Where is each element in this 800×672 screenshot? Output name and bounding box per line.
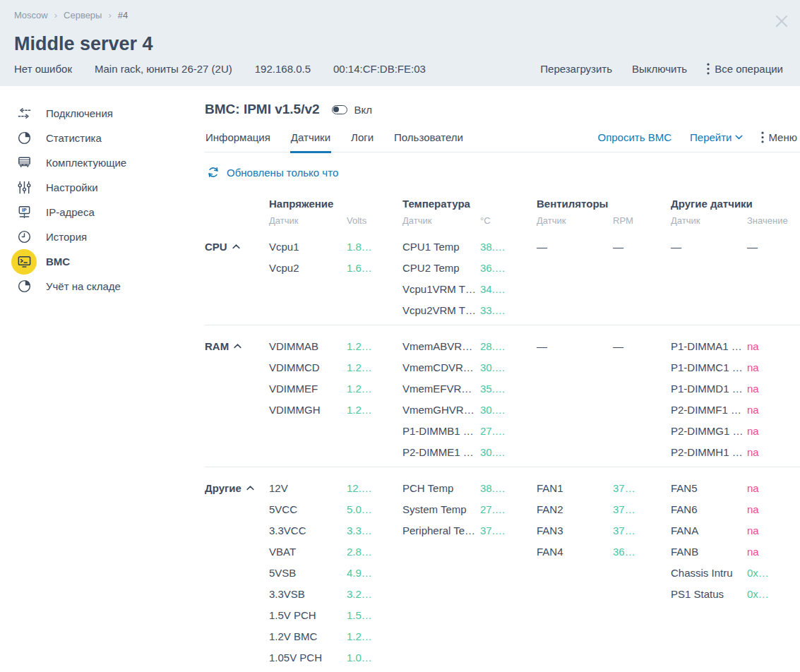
sensor-section-ram: RAMVDIMMAB1.2…VmemABVR…28.…——P1-DIMMA1 ……	[205, 325, 800, 467]
sidebar-item-connections[interactable]: Подключения	[0, 101, 205, 126]
server-rack-icon	[11, 150, 37, 176]
group-toggle-other[interactable]: Другие	[205, 482, 269, 494]
sensor-value: na	[747, 425, 800, 437]
col-sensor: Датчик	[537, 215, 613, 226]
chevron-up-icon	[234, 344, 241, 349]
table-row: CPUVcpu11.8…CPU1 Temp38.…————	[205, 236, 800, 257]
poll-bmc-link[interactable]: Опросить BMC	[597, 131, 671, 143]
sensor-name: FAN1	[537, 482, 613, 494]
sensor-name: P1-DIMMA1 …	[671, 340, 747, 352]
sensor-value: 1.2…	[347, 630, 402, 642]
sensor-name: 12V	[269, 482, 347, 494]
kebab-icon	[707, 63, 710, 75]
tab-users[interactable]: Пользователи	[393, 131, 464, 152]
breadcrumb-item[interactable]: Moscow	[14, 10, 48, 20]
sensor-value: —	[747, 241, 800, 253]
col-sensor: Датчик	[269, 215, 347, 226]
all-operations-button[interactable]: Все операции	[707, 63, 783, 75]
sidebar-item-bmc[interactable]: BMC	[0, 249, 205, 274]
tab-logs[interactable]: Логи	[350, 131, 374, 152]
col-group-fans: Вентиляторы	[537, 198, 671, 210]
sensor-name: VDIMMEF	[269, 383, 347, 395]
sidebar-item-label: IP-адреса	[46, 206, 95, 218]
sensor-name: CPU1 Temp	[402, 241, 480, 253]
group-toggle-ram[interactable]: RAM	[205, 340, 269, 352]
col-celsius: °C	[480, 215, 537, 226]
sensor-name: P1-DIMMD1 …	[671, 383, 747, 395]
sliders-icon	[11, 175, 37, 200]
sensor-name: P2-DIMMH1 …	[671, 446, 747, 458]
sensor-name: VDIMMCD	[269, 361, 347, 373]
reboot-button[interactable]: Перезагрузить	[540, 63, 612, 75]
sidebar-item-stats[interactable]: Статистика	[0, 126, 205, 150]
breadcrumb-separator: ›	[108, 10, 111, 20]
sensor-name: VDIMMAB	[269, 340, 347, 352]
sensor-table-subheaders: Датчик Volts Датчик °C Датчик RPM Датчик…	[205, 215, 800, 226]
table-row: 5VSB4.9…Chassis Intru0x…	[205, 562, 800, 583]
sensor-name: FAN2	[537, 503, 613, 515]
breadcrumb-item[interactable]: Серверы	[64, 10, 102, 20]
breadcrumb-item: #4	[118, 10, 128, 20]
sensor-value: 37…	[613, 524, 671, 536]
sensor-name: 5VSB	[269, 567, 347, 579]
table-row: VDIMMGH1.2…VmemGHVR…30.…P2-DIMMF1 …na	[205, 399, 800, 420]
table-row: P1-DIMMB1 …27.…P2-DIMMG1 …na	[205, 420, 800, 441]
sensor-value: na	[747, 446, 800, 458]
close-icon[interactable]	[772, 11, 792, 31]
sensor-name: Peripheral Te…	[402, 524, 480, 536]
group-label: Другие	[205, 482, 241, 494]
sensor-name: P1-DIMMC1 …	[671, 361, 747, 373]
sidebar-item-stock[interactable]: Учёт на складе	[0, 274, 205, 299]
tab-info[interactable]: Информация	[205, 131, 271, 152]
status-text: Нет ошибок	[14, 63, 72, 75]
terminal-icon	[11, 249, 37, 275]
sensor-name: VmemEFVR…	[402, 383, 480, 395]
sensor-name: VmemCDVR…	[402, 361, 480, 373]
bmc-power-toggle[interactable]	[332, 105, 347, 114]
refresh-icon[interactable]	[207, 166, 220, 179]
menu-button[interactable]: Меню	[761, 131, 797, 143]
group-toggle-cpu[interactable]: CPU	[205, 241, 269, 253]
col-volts: Volts	[347, 215, 402, 226]
col-group-other: Другие датчики	[671, 198, 800, 210]
sensor-value: na	[747, 546, 800, 558]
sensor-name: PCH Temp	[402, 482, 480, 494]
shutdown-button[interactable]: Выключить	[632, 63, 687, 75]
table-row: 1.5V PCH1.5…	[205, 604, 800, 625]
sensor-value: 37…	[613, 503, 671, 515]
sensor-name: VDIMMGH	[269, 404, 347, 416]
sensor-value: 12.…	[347, 482, 402, 494]
sensor-value: 30.…	[480, 361, 537, 373]
sensor-sections: CPUVcpu11.8…CPU1 Temp38.…————Vcpu21.6…CP…	[205, 226, 800, 672]
sensor-value: na	[747, 361, 800, 373]
sensor-name: FANA	[671, 524, 747, 536]
sensor-value: 4.9…	[347, 567, 402, 579]
sidebar-item-settings[interactable]: Настройки	[0, 175, 205, 200]
tab-sensors[interactable]: Датчики	[290, 131, 331, 152]
sensor-name: FANB	[671, 546, 747, 558]
sensor-name: 5VCC	[269, 503, 347, 515]
goto-dropdown[interactable]: Перейти	[690, 131, 743, 143]
sensor-name: 1.05V PCH	[269, 652, 347, 664]
sensor-value: na	[747, 482, 800, 494]
sensor-name: FAN3	[537, 524, 613, 536]
sensor-name: Vcpu1VRM T…	[402, 283, 480, 295]
ip-address: 192.168.0.5	[255, 63, 311, 75]
sensor-value: 27.…	[480, 503, 537, 515]
sensor-value: 37.…	[480, 524, 537, 536]
col-group-temperature: Температура	[402, 198, 537, 210]
sensor-value: 1.2…	[347, 404, 402, 416]
sidebar-item-ip-addresses[interactable]: IPIP-адреса	[0, 200, 205, 224]
sensor-value: 1.2…	[347, 361, 402, 373]
sensor-name: FAN6	[671, 503, 747, 515]
table-row: VDIMMCD1.2…VmemCDVR…30.…P1-DIMMC1 …na	[205, 356, 800, 378]
server-meta-row: Нет ошибок Main rack, юниты 26-27 (2U) 1…	[14, 63, 786, 75]
sensor-name: 3.3VCC	[269, 524, 347, 536]
sidebar-item-history[interactable]: История	[0, 224, 205, 249]
sidebar-item-components[interactable]: Комплектующие	[0, 150, 205, 175]
sensor-name: 3.3VSB	[269, 588, 347, 600]
sensor-value: na	[747, 404, 800, 416]
table-row: RAMVDIMMAB1.2…VmemABVR…28.…——P1-DIMMA1 ……	[205, 335, 800, 356]
chevron-up-icon	[246, 486, 254, 491]
sensor-table-group-headers: Напряжение Температура Вентиляторы Други…	[205, 198, 800, 210]
